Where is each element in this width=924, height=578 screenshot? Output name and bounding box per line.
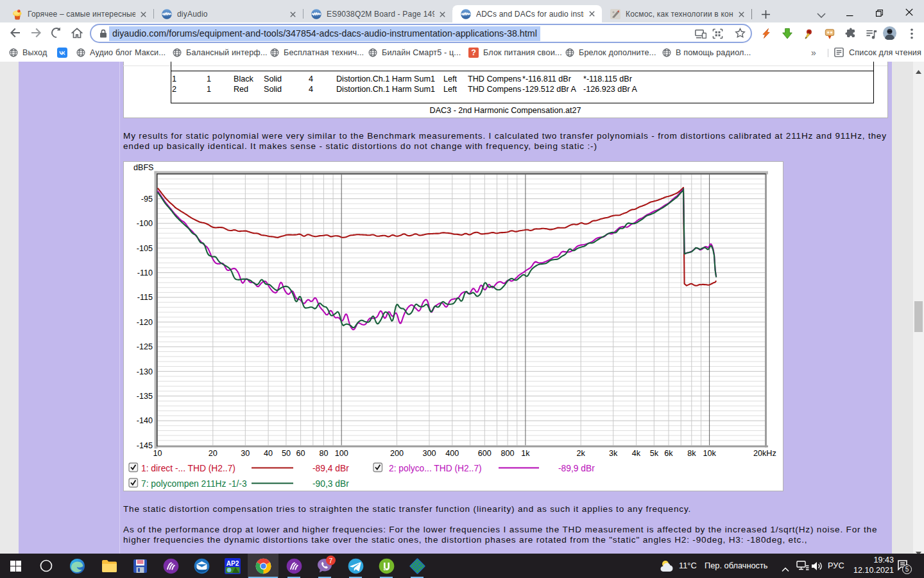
svg-text:-140: -140 xyxy=(137,416,153,425)
svg-text:30: 30 xyxy=(241,449,250,458)
svg-text:20kHz: 20kHz xyxy=(753,449,776,458)
svg-text:5k: 5k xyxy=(650,449,659,458)
svg-text:200: 200 xyxy=(390,449,404,458)
svg-text:60: 60 xyxy=(296,449,305,458)
svg-text:40: 40 xyxy=(264,449,273,458)
svg-text:-135: -135 xyxy=(137,392,153,401)
svg-text:1k: 1k xyxy=(521,449,530,458)
svg-text:20: 20 xyxy=(209,449,218,458)
svg-text:-125: -125 xyxy=(137,342,153,351)
svg-text:600: 600 xyxy=(478,449,492,458)
svg-text:300: 300 xyxy=(422,449,436,458)
svg-text:-120: -120 xyxy=(137,318,153,327)
svg-text:2: polyco... THD (H2..7): 2: polyco... THD (H2..7) xyxy=(389,464,482,473)
svg-text:AP2: AP2 xyxy=(226,559,239,566)
svg-text:1: direct -... THD (H2..7): 1: direct -... THD (H2..7) xyxy=(141,464,235,473)
svg-text:-95: -95 xyxy=(141,195,153,204)
svg-text:10k: 10k xyxy=(703,449,716,458)
svg-text:-100: -100 xyxy=(137,219,153,228)
svg-text:80: 80 xyxy=(319,449,328,458)
svg-text:-115: -115 xyxy=(137,293,153,302)
svg-text:-110: -110 xyxy=(137,268,153,277)
svg-text:-89,4 dBr: -89,4 dBr xyxy=(312,464,349,473)
svg-text:-145: -145 xyxy=(137,441,153,450)
svg-text:-89,9 dBr: -89,9 dBr xyxy=(558,464,595,473)
svg-text:7: polycompen 211Hz -1/-3: 7: polycompen 211Hz -1/-3 xyxy=(141,479,247,489)
svg-text:?: ? xyxy=(471,48,476,57)
svg-text:8k: 8k xyxy=(687,449,696,458)
svg-text:6k: 6k xyxy=(664,449,673,458)
svg-text:400: 400 xyxy=(445,449,459,458)
svg-text:2k: 2k xyxy=(577,449,586,458)
svg-text:-90,3 dBr: -90,3 dBr xyxy=(312,479,349,489)
svg-text:3k: 3k xyxy=(609,449,618,458)
svg-text:50: 50 xyxy=(282,449,291,458)
svg-text:10: 10 xyxy=(153,449,162,458)
svg-text:4k: 4k xyxy=(632,449,641,458)
svg-text:100: 100 xyxy=(335,449,348,458)
svg-text:-130: -130 xyxy=(137,367,153,376)
svg-text:-105: -105 xyxy=(137,244,153,253)
svg-text:800: 800 xyxy=(501,449,515,458)
svg-text:dBFS: dBFS xyxy=(133,163,154,172)
